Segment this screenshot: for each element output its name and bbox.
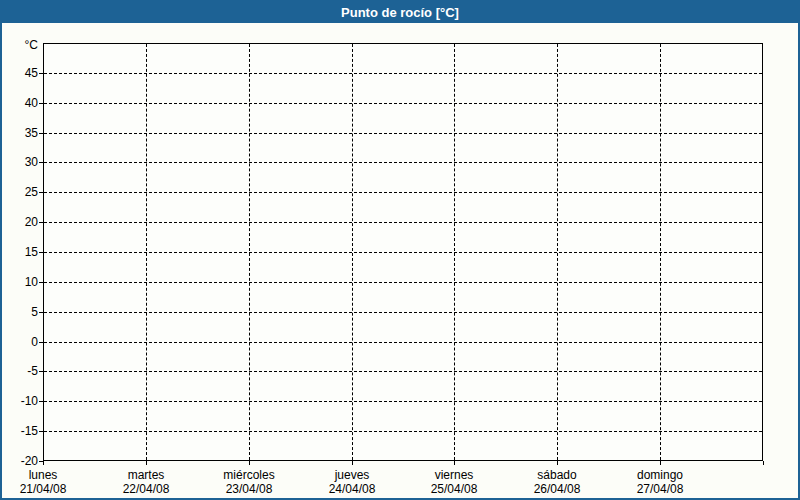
gridline-h [44,192,762,193]
x-day-label: miércoles [189,468,309,482]
gridline-h [44,162,762,163]
y-tick-label: 40 [2,96,38,110]
y-axis-tick [39,282,43,283]
gridline-v [249,44,250,460]
x-date-label: 27/04/08 [600,482,720,496]
y-tick-label: 15 [2,245,38,259]
gridline-h [44,73,762,74]
y-axis-tick [39,342,43,343]
x-axis-tick [352,461,353,465]
x-axis-tick [763,461,764,465]
y-axis-tick [39,401,43,402]
y-axis-tick [39,431,43,432]
x-date-label: 22/04/08 [86,482,206,496]
x-axis-tick [454,461,455,465]
y-tick-label: -15 [2,424,38,438]
y-tick-label: -10 [2,394,38,408]
x-date-label: 23/04/08 [189,482,309,496]
gridline-h [44,222,762,223]
x-day-label: martes [86,468,206,482]
y-tick-label: 5 [2,305,38,319]
gridline-h [44,371,762,372]
x-axis-tick [146,461,147,465]
y-tick-label: 25 [2,185,38,199]
gridline-h [44,252,762,253]
y-axis-tick [39,133,43,134]
x-date-label: 26/04/08 [497,482,617,496]
x-day-label: sábado [497,468,617,482]
x-axis-tick [43,461,44,465]
y-axis-tick [39,162,43,163]
y-tick-label: 35 [2,126,38,140]
x-day-label: viernes [394,468,514,482]
y-tick-label: 30 [2,155,38,169]
y-axis-tick [39,103,43,104]
y-tick-label: 0 [2,335,38,349]
gridline-h [44,431,762,432]
gridline-h [44,133,762,134]
x-axis-tick [660,461,661,465]
gridline-v [660,44,661,460]
gridline-h [44,342,762,343]
x-axis-tick [557,461,558,465]
y-axis-tick [39,312,43,313]
y-axis-tick [39,192,43,193]
y-axis-tick [39,222,43,223]
gridline-h [44,282,762,283]
x-day-label: domingo [600,468,720,482]
y-axis-tick [39,252,43,253]
y-tick-label: -20 [2,454,38,468]
chart-area: 454035302520151050-5-10-15-20°Clunes21/0… [2,2,798,498]
gridline-v [454,44,455,460]
y-axis-tick [39,371,43,372]
gridline-h [44,103,762,104]
x-axis-tick [249,461,250,465]
gridline-v [557,44,558,460]
y-tick-label: 20 [2,215,38,229]
gridline-h [44,312,762,313]
gridline-v [146,44,147,460]
y-tick-label: -5 [2,364,38,378]
gridline-v [352,44,353,460]
chart-window: Punto de rocío [°C] 454035302520151050-5… [0,0,800,500]
y-axis-tick [39,73,43,74]
y-axis-unit-label: °C [2,38,38,52]
gridline-h [44,401,762,402]
y-tick-label: 10 [2,275,38,289]
y-tick-label: 45 [2,66,38,80]
x-date-label: 25/04/08 [394,482,514,496]
